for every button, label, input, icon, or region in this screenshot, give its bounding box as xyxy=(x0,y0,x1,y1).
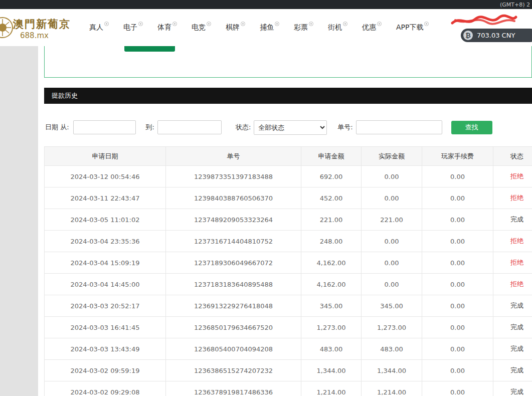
cell-actual: 483.00 xyxy=(362,338,422,360)
order-input[interactable] xyxy=(356,120,442,134)
submit-button[interactable] xyxy=(124,46,175,52)
date-from-input[interactable] xyxy=(73,120,136,134)
cell-order: 1237489209053323264 xyxy=(166,209,301,231)
cell-date: 2024-03-02 09:29:08 xyxy=(45,381,166,396)
logo-domain: 688.mx xyxy=(20,31,49,40)
nav-item-7[interactable]: 街机 xyxy=(328,23,347,32)
cell-order: 1236805400704094208 xyxy=(166,338,301,360)
cell-order: 1236850179634667520 xyxy=(166,317,301,338)
cell-order: 1239873351397183488 xyxy=(166,166,301,187)
header-right: ₿ 703.03 CNY xyxy=(422,9,532,46)
status-label: 状态: xyxy=(236,123,251,132)
table-row: 2024-03-11 22:43:47123984038876050637045… xyxy=(45,187,532,209)
topbar: (GMT+8) 2 xyxy=(0,0,532,9)
cell-actual: 221.00 xyxy=(362,209,422,231)
table-header-row: 申请日期单号申请金额实际金额玩家手续费状态 xyxy=(45,147,532,166)
cell-status: 完成 xyxy=(493,338,532,360)
cell-amount: 4,162.00 xyxy=(301,252,362,274)
nav-badge-icon xyxy=(104,22,109,26)
table-row: 2024-03-03 16:41:4512368501796346675201,… xyxy=(45,317,532,338)
nav-item-4[interactable]: 棋牌 xyxy=(226,23,245,32)
cell-date: 2024-03-03 20:52:17 xyxy=(45,295,166,317)
site-header: 澳門新葡京 688.mx 真人电子体育电竞棋牌捕鱼彩票街机优惠APP下载 ₿ 7… xyxy=(0,9,532,46)
nav-item-8[interactable]: 优惠 xyxy=(362,23,382,32)
withdraw-history-header: 提款历史 xyxy=(44,88,532,104)
cell-actual: 0.00 xyxy=(362,252,422,274)
nav-item-label: 体育 xyxy=(157,23,171,32)
search-button[interactable]: 查找 xyxy=(451,121,492,134)
balance-pill[interactable]: ₿ 703.03 CNY xyxy=(461,29,532,42)
nav-item-label: 街机 xyxy=(328,23,342,32)
column-header: 申请日期 xyxy=(45,147,166,166)
logo-title: 澳門新葡京 xyxy=(13,17,71,31)
nav-item-6[interactable]: 彩票 xyxy=(294,23,313,32)
nav-badge-icon xyxy=(241,22,245,26)
cell-actual: 0.00 xyxy=(362,274,422,295)
left-gutter xyxy=(0,46,38,396)
cell-fee: 0.00 xyxy=(422,317,493,338)
cell-date: 2024-03-12 00:54:46 xyxy=(45,166,166,187)
nav-badge-icon xyxy=(309,22,313,26)
column-header: 玩家手续费 xyxy=(422,147,493,166)
cell-fee: 0.00 xyxy=(422,209,493,231)
date-to-input[interactable] xyxy=(157,120,222,134)
nav-item-3[interactable]: 电竞 xyxy=(192,23,211,32)
cell-order: 1236913229276418048 xyxy=(166,295,301,317)
table-row: 2024-03-03 13:43:49123680540070409420848… xyxy=(45,338,532,360)
column-header: 申请金额 xyxy=(301,147,362,166)
nav-badge-icon xyxy=(138,22,143,26)
cell-fee: 0.00 xyxy=(422,231,493,252)
cell-order: 1237316714404810752 xyxy=(166,231,301,252)
cell-actual: 345.00 xyxy=(362,295,422,317)
cell-fee: 0.00 xyxy=(422,338,493,360)
main-content: 提款历史 日期 从: 到: 状态: 全部状态 单号: 查找 申请日期单号申请金额… xyxy=(44,46,532,396)
cell-amount: 1,344.00 xyxy=(301,360,362,381)
form-panel xyxy=(44,46,532,78)
cell-date: 2024-03-04 14:45:00 xyxy=(45,274,166,295)
cell-amount: 452.00 xyxy=(301,187,362,209)
table-row: 2024-03-12 00:54:46123987335139718348869… xyxy=(45,166,532,187)
cell-status: 拒绝 xyxy=(493,274,532,295)
cell-status: 拒绝 xyxy=(493,166,532,187)
cell-amount: 345.00 xyxy=(301,295,362,317)
cell-date: 2024-03-05 11:01:02 xyxy=(45,209,166,231)
column-header: 实际金额 xyxy=(362,147,422,166)
nav-item-5[interactable]: 捕鱼 xyxy=(260,23,279,32)
cell-actual: 0.00 xyxy=(362,187,422,209)
status-select[interactable]: 全部状态 xyxy=(254,120,327,135)
nav-item-label: 电子 xyxy=(123,23,137,32)
cell-actual: 0.00 xyxy=(362,166,422,187)
cell-date: 2024-03-02 09:59:19 xyxy=(45,360,166,381)
cell-status: 完成 xyxy=(493,360,532,381)
nav-item-1[interactable]: 电子 xyxy=(123,23,143,32)
site-logo[interactable]: 澳門新葡京 688.mx xyxy=(0,9,84,46)
balance-amount: 703.03 CNY xyxy=(477,32,515,39)
column-header: 单号 xyxy=(166,147,301,166)
cell-date: 2024-03-03 13:43:49 xyxy=(45,338,166,360)
cell-fee: 0.00 xyxy=(422,187,493,209)
cell-fee: 0.00 xyxy=(422,295,493,317)
nav-badge-icon xyxy=(377,22,382,26)
cell-amount: 692.00 xyxy=(301,166,362,187)
cell-status: 完成 xyxy=(493,295,532,317)
nav-item-label: 电竞 xyxy=(192,23,206,32)
nav-item-0[interactable]: 真人 xyxy=(89,23,109,32)
cell-actual: 1,214.00 xyxy=(362,381,422,396)
table-row: 2024-03-05 11:01:02123748920905332326422… xyxy=(45,209,532,231)
cell-amount: 4,162.00 xyxy=(301,274,362,295)
cell-order: 1236378919817486336 xyxy=(166,381,301,396)
order-label: 单号: xyxy=(337,123,352,132)
cell-fee: 0.00 xyxy=(422,274,493,295)
cell-fee: 0.00 xyxy=(422,252,493,274)
table-row: 2024-03-04 15:09:1912371893060496670724,… xyxy=(45,252,532,274)
cell-status: 完成 xyxy=(493,381,532,396)
nav-item-label: 优惠 xyxy=(362,23,376,32)
table-row: 2024-03-02 09:29:0812363789198174863361,… xyxy=(45,381,532,396)
nav-item-label: 棋牌 xyxy=(226,23,240,32)
column-header: 状态 xyxy=(493,147,532,166)
timezone-label: (GMT+8) 2 xyxy=(500,2,530,8)
date-to-label: 到: xyxy=(146,123,154,132)
cell-actual: 1,273.00 xyxy=(362,317,422,338)
cell-date: 2024-03-04 15:09:19 xyxy=(45,252,166,274)
nav-item-2[interactable]: 体育 xyxy=(157,23,177,32)
